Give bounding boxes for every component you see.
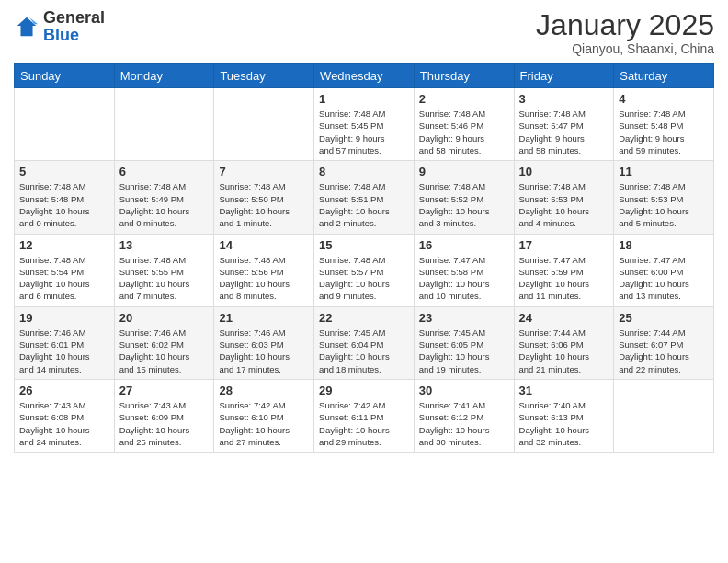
day-number: 12 [19, 238, 109, 252]
day-number: 11 [619, 165, 709, 178]
calendar-cell: 13Sunrise: 7:48 AM Sunset: 5:55 PM Dayli… [114, 234, 214, 306]
calendar-cell: 6Sunrise: 7:48 AM Sunset: 5:49 PM Daylig… [114, 161, 214, 234]
svg-marker-0 [17, 17, 37, 37]
calendar-cell: 7Sunrise: 7:48 AM Sunset: 5:50 PM Daylig… [214, 161, 314, 234]
day-info: Sunrise: 7:42 AM Sunset: 6:11 PM Dayligh… [319, 399, 409, 448]
calendar-week-1: 1Sunrise: 7:48 AM Sunset: 5:45 PM Daylig… [15, 88, 714, 161]
col-friday: Friday [514, 64, 614, 88]
title-section: January 2025 Qianyou, Shaanxi, China [536, 9, 714, 56]
day-number: 24 [519, 311, 609, 325]
calendar-cell: 28Sunrise: 7:42 AM Sunset: 6:10 PM Dayli… [214, 379, 314, 452]
calendar-cell: 31Sunrise: 7:40 AM Sunset: 6:13 PM Dayli… [514, 379, 614, 452]
day-info: Sunrise: 7:40 AM Sunset: 6:13 PM Dayligh… [519, 399, 609, 448]
calendar-cell: 14Sunrise: 7:48 AM Sunset: 5:56 PM Dayli… [214, 234, 314, 306]
day-number: 30 [419, 384, 509, 397]
calendar-cell: 29Sunrise: 7:42 AM Sunset: 6:11 PM Dayli… [314, 379, 415, 452]
logo-icon [14, 14, 40, 40]
calendar-cell: 18Sunrise: 7:47 AM Sunset: 6:00 PM Dayli… [614, 234, 714, 306]
day-info: Sunrise: 7:46 AM Sunset: 6:02 PM Dayligh… [119, 327, 210, 375]
calendar-table: Sunday Monday Tuesday Wednesday Thursday… [14, 63, 714, 453]
calendar-cell: 15Sunrise: 7:48 AM Sunset: 5:57 PM Dayli… [314, 234, 415, 306]
day-number: 3 [519, 92, 609, 106]
day-info: Sunrise: 7:48 AM Sunset: 5:57 PM Dayligh… [319, 254, 409, 303]
calendar-cell: 8Sunrise: 7:48 AM Sunset: 5:51 PM Daylig… [314, 161, 415, 234]
day-number: 27 [119, 384, 210, 397]
month-title: January 2025 [536, 9, 714, 41]
day-number: 18 [619, 238, 709, 252]
calendar-cell: 4Sunrise: 7:48 AM Sunset: 5:48 PM Daylig… [614, 88, 714, 161]
calendar-week-2: 5Sunrise: 7:48 AM Sunset: 5:48 PM Daylig… [15, 161, 714, 234]
day-info: Sunrise: 7:45 AM Sunset: 6:05 PM Dayligh… [419, 327, 509, 375]
day-number: 22 [319, 311, 409, 325]
day-info: Sunrise: 7:42 AM Sunset: 6:10 PM Dayligh… [219, 399, 309, 448]
day-info: Sunrise: 7:47 AM Sunset: 5:58 PM Dayligh… [419, 254, 509, 303]
day-number: 8 [319, 165, 409, 178]
day-number: 29 [319, 384, 409, 397]
day-info: Sunrise: 7:48 AM Sunset: 5:53 PM Dayligh… [619, 180, 709, 229]
day-info: Sunrise: 7:48 AM Sunset: 5:50 PM Dayligh… [219, 180, 309, 229]
day-info: Sunrise: 7:46 AM Sunset: 6:03 PM Dayligh… [219, 327, 309, 375]
day-info: Sunrise: 7:47 AM Sunset: 5:59 PM Dayligh… [519, 254, 609, 303]
calendar-body: 1Sunrise: 7:48 AM Sunset: 5:45 PM Daylig… [15, 88, 714, 453]
day-info: Sunrise: 7:48 AM Sunset: 5:51 PM Dayligh… [319, 180, 409, 229]
day-number: 1 [319, 92, 409, 106]
day-number: 9 [419, 165, 509, 178]
col-monday: Monday [114, 64, 214, 88]
logo-text: General Blue [43, 9, 105, 44]
calendar-cell: 24Sunrise: 7:44 AM Sunset: 6:06 PM Dayli… [514, 306, 614, 379]
day-info: Sunrise: 7:48 AM Sunset: 5:46 PM Dayligh… [419, 108, 509, 156]
day-info: Sunrise: 7:48 AM Sunset: 5:55 PM Dayligh… [119, 254, 210, 303]
day-number: 31 [519, 384, 609, 397]
col-wednesday: Wednesday [314, 64, 415, 88]
calendar-cell [15, 88, 115, 161]
day-number: 23 [419, 311, 509, 325]
day-info: Sunrise: 7:41 AM Sunset: 6:12 PM Dayligh… [419, 399, 509, 448]
calendar-cell: 12Sunrise: 7:48 AM Sunset: 5:54 PM Dayli… [15, 234, 115, 306]
day-info: Sunrise: 7:43 AM Sunset: 6:08 PM Dayligh… [19, 399, 109, 448]
day-number: 6 [119, 165, 210, 178]
day-info: Sunrise: 7:48 AM Sunset: 5:48 PM Dayligh… [19, 180, 109, 229]
calendar-week-5: 26Sunrise: 7:43 AM Sunset: 6:08 PM Dayli… [15, 379, 714, 452]
day-info: Sunrise: 7:44 AM Sunset: 6:06 PM Dayligh… [519, 327, 609, 375]
calendar-cell: 16Sunrise: 7:47 AM Sunset: 5:58 PM Dayli… [414, 234, 514, 306]
day-number: 19 [19, 311, 109, 325]
calendar-header-row: Sunday Monday Tuesday Wednesday Thursday… [15, 64, 714, 88]
calendar-week-4: 19Sunrise: 7:46 AM Sunset: 6:01 PM Dayli… [15, 306, 714, 379]
calendar-cell: 3Sunrise: 7:48 AM Sunset: 5:47 PM Daylig… [514, 88, 614, 161]
calendar-cell: 23Sunrise: 7:45 AM Sunset: 6:05 PM Dayli… [414, 306, 514, 379]
calendar-cell: 5Sunrise: 7:48 AM Sunset: 5:48 PM Daylig… [15, 161, 115, 234]
day-info: Sunrise: 7:48 AM Sunset: 5:48 PM Dayligh… [619, 108, 709, 156]
col-saturday: Saturday [614, 64, 714, 88]
page-header: General Blue January 2025 Qianyou, Shaan… [14, 9, 714, 56]
calendar-cell: 22Sunrise: 7:45 AM Sunset: 6:04 PM Dayli… [314, 306, 415, 379]
day-info: Sunrise: 7:48 AM Sunset: 5:53 PM Dayligh… [519, 180, 609, 229]
calendar-cell [114, 88, 214, 161]
calendar-cell: 9Sunrise: 7:48 AM Sunset: 5:52 PM Daylig… [414, 161, 514, 234]
calendar-cell: 30Sunrise: 7:41 AM Sunset: 6:12 PM Dayli… [414, 379, 514, 452]
calendar-cell: 11Sunrise: 7:48 AM Sunset: 5:53 PM Dayli… [614, 161, 714, 234]
day-info: Sunrise: 7:48 AM Sunset: 5:49 PM Dayligh… [119, 180, 210, 229]
day-info: Sunrise: 7:46 AM Sunset: 6:01 PM Dayligh… [19, 327, 109, 375]
day-info: Sunrise: 7:48 AM Sunset: 5:54 PM Dayligh… [19, 254, 109, 303]
page-container: General Blue January 2025 Qianyou, Shaan… [0, 0, 728, 462]
day-number: 15 [319, 238, 409, 252]
col-thursday: Thursday [414, 64, 514, 88]
day-info: Sunrise: 7:48 AM Sunset: 5:52 PM Dayligh… [419, 180, 509, 229]
day-info: Sunrise: 7:43 AM Sunset: 6:09 PM Dayligh… [119, 399, 210, 448]
day-number: 28 [219, 384, 309, 397]
logo-blue: Blue [43, 26, 79, 44]
calendar-cell: 20Sunrise: 7:46 AM Sunset: 6:02 PM Dayli… [114, 306, 214, 379]
calendar-cell: 19Sunrise: 7:46 AM Sunset: 6:01 PM Dayli… [15, 306, 115, 379]
calendar-cell [214, 88, 314, 161]
calendar-cell: 21Sunrise: 7:46 AM Sunset: 6:03 PM Dayli… [214, 306, 314, 379]
day-info: Sunrise: 7:48 AM Sunset: 5:56 PM Dayligh… [219, 254, 309, 303]
logo[interactable]: General Blue [14, 9, 105, 44]
calendar-cell: 2Sunrise: 7:48 AM Sunset: 5:46 PM Daylig… [414, 88, 514, 161]
day-number: 10 [519, 165, 609, 178]
calendar-cell: 25Sunrise: 7:44 AM Sunset: 6:07 PM Dayli… [614, 306, 714, 379]
day-info: Sunrise: 7:48 AM Sunset: 5:45 PM Dayligh… [319, 108, 409, 156]
day-number: 21 [219, 311, 309, 325]
day-info: Sunrise: 7:45 AM Sunset: 6:04 PM Dayligh… [319, 327, 409, 375]
day-info: Sunrise: 7:48 AM Sunset: 5:47 PM Dayligh… [519, 108, 609, 156]
day-number: 14 [219, 238, 309, 252]
